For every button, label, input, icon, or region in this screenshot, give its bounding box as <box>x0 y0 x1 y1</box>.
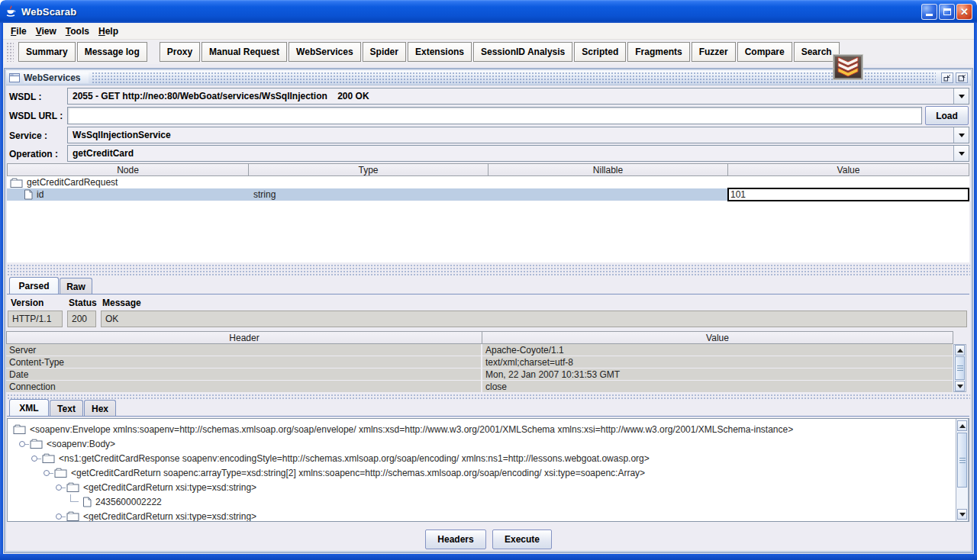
column-header-nillable[interactable]: Nillable <box>488 163 728 176</box>
header-value-cell[interactable]: Apache-Coyote/1.1 <box>482 344 953 356</box>
xml-tree-row[interactable]: <getCreditCardReturn xsi:type=xsd:string… <box>10 480 952 494</box>
tab-hex[interactable]: Hex <box>84 400 116 417</box>
folder-icon <box>42 453 55 463</box>
menu-tools[interactable]: Tools <box>66 26 89 37</box>
xml-tree-row[interactable]: <getCreditCardReturn xsi:type=xsd:string… <box>10 509 952 522</box>
toolbar-message-log[interactable]: Message log <box>77 42 147 62</box>
tree-expand-handle[interactable] <box>31 455 37 462</box>
tab-raw[interactable]: Raw <box>60 278 92 294</box>
toolbar-spider[interactable]: Spider <box>363 42 406 62</box>
document-icon <box>24 189 33 200</box>
tree-expand-handle[interactable] <box>56 513 62 520</box>
toolbar-compare[interactable]: Compare <box>737 42 792 62</box>
header-value-cell[interactable]: Mon, 22 Jan 2007 10:31:53 GMT <box>482 369 953 380</box>
frame-iconify-button[interactable] <box>941 72 953 83</box>
maximize-button[interactable] <box>939 4 955 20</box>
xml-tree-row[interactable]: <soapenv:Envelope xmlns:soapenv=http://s… <box>10 422 952 436</box>
request-tree-row-root[interactable]: getCreditCardRequest <box>7 176 969 188</box>
tab-xml[interactable]: XML <box>9 399 49 416</box>
scrollbar-thumb[interactable] <box>955 356 965 380</box>
toolbar-fuzzer[interactable]: Fuzzer <box>692 42 736 62</box>
message-field: OK <box>101 311 967 327</box>
tree-expand-handle[interactable] <box>19 441 25 447</box>
triangle-down-icon <box>959 513 966 517</box>
operation-dropdown-button[interactable] <box>953 146 969 161</box>
tree-expand-handle[interactable] <box>56 484 62 491</box>
wsdl-combobox[interactable]: 2055 - GET http://neo:80/WebGoat/service… <box>67 88 969 105</box>
toolbar-scripted[interactable]: Scripted <box>574 42 626 62</box>
tree-expand-handle[interactable] <box>44 470 50 476</box>
operation-combobox[interactable]: getCreditCard <box>67 145 969 162</box>
xml-tree-row[interactable]: 2435600002222 <box>10 494 952 509</box>
headers-scrollbar[interactable] <box>953 344 966 392</box>
toolbar-fragments[interactable]: Fragments <box>627 42 689 62</box>
window-titlebar[interactable]: WebScarab ✕ <box>0 0 977 23</box>
scroll-up-button[interactable] <box>955 345 965 356</box>
service-label: Service : <box>9 130 47 141</box>
scroll-down-button[interactable] <box>955 381 965 391</box>
header-name-cell[interactable]: Connection <box>6 381 481 392</box>
xml-node-text: <soapenv:Body> <box>47 439 115 449</box>
toolbar-manual-request[interactable]: Manual Request <box>202 42 287 62</box>
tab-divider <box>7 416 969 417</box>
header-name-cell[interactable]: Server <box>6 344 481 356</box>
status-field: 200 <box>67 311 96 327</box>
column-header-node[interactable]: Node <box>7 163 249 176</box>
folder-icon <box>30 439 43 449</box>
wsdl-url-input[interactable] <box>67 107 922 124</box>
xml-tree-row[interactable]: <getCreditCardReturn soapenc:arrayType=x… <box>10 465 952 480</box>
webscarab-logo <box>834 55 863 79</box>
service-combobox[interactable]: WsSqlInjectionService <box>67 127 969 143</box>
toolbar-proxy[interactable]: Proxy <box>160 42 200 62</box>
toolbar-webservices[interactable]: WebServices <box>289 42 361 62</box>
headers-button[interactable]: Headers <box>425 529 486 549</box>
request-tree-row-id[interactable]: id string 101 <box>7 188 969 201</box>
header-value-cell[interactable]: text/xml;charset=utf-8 <box>482 356 953 368</box>
action-button-row: Headers Execute <box>6 529 971 550</box>
xml-scrollbar[interactable] <box>956 419 969 521</box>
webservices-frame: WebServices WSDL : 2055 - GET http://neo… <box>5 69 972 552</box>
frame-titlebar[interactable]: WebServices <box>6 70 971 85</box>
toolbar-summary[interactable]: Summary <box>18 42 76 62</box>
operation-selected-value: getCreditCard <box>68 148 138 159</box>
version-field: HTTP/1.1 <box>8 311 63 327</box>
horizontal-splitter-thin[interactable] <box>7 394 970 399</box>
menu-file[interactable]: File <box>11 26 27 37</box>
toolbar-sessionid-analysis[interactable]: SessionID Analysis <box>473 42 572 62</box>
minimize-button[interactable] <box>921 4 937 20</box>
horizontal-splitter[interactable] <box>7 264 970 275</box>
xml-tree-row[interactable]: <soapenv:Body> <box>10 436 952 451</box>
menu-view[interactable]: View <box>36 26 56 37</box>
column-header-value[interactable]: Value <box>727 163 969 176</box>
service-dropdown-button[interactable] <box>953 127 969 143</box>
scrollbar-thumb[interactable] <box>957 433 967 488</box>
node-label: getCreditCardRequest <box>27 177 118 188</box>
toolbar-drag-handle[interactable] <box>6 42 14 62</box>
toolbar-search[interactable]: Search <box>794 42 840 62</box>
header-value-cell[interactable]: close <box>482 381 953 392</box>
toolbar-extensions[interactable]: Extensions <box>408 42 472 62</box>
tab-text[interactable]: Text <box>50 400 83 417</box>
wsdl-dropdown-button[interactable] <box>953 89 969 104</box>
tab-parsed[interactable]: Parsed <box>9 277 59 294</box>
frame-titlebar-texture <box>92 72 936 83</box>
value-editor-cell[interactable]: 101 <box>727 188 969 201</box>
close-icon: ✕ <box>960 7 969 17</box>
execute-button[interactable]: Execute <box>492 529 552 549</box>
frame-maximize-button[interactable] <box>956 72 968 83</box>
scroll-up-button[interactable] <box>957 420 967 431</box>
close-button[interactable]: ✕ <box>956 4 972 20</box>
scroll-down-button[interactable] <box>957 509 967 520</box>
load-button[interactable]: Load <box>925 106 969 125</box>
chevron-down-icon <box>959 95 965 98</box>
column-header-header-value[interactable]: Value <box>482 331 953 344</box>
header-name-cell[interactable]: Date <box>6 369 481 380</box>
thumb-grip-icon <box>959 458 966 463</box>
version-label: Version <box>11 298 44 308</box>
column-header-header[interactable]: Header <box>6 331 482 344</box>
header-name-cell[interactable]: Content-Type <box>6 356 481 368</box>
window-title: WebScarab <box>21 6 76 18</box>
xml-tree-row[interactable]: <ns1:getCreditCardResponse soapenv:encod… <box>10 451 952 465</box>
menu-help[interactable]: Help <box>98 26 118 37</box>
column-header-node-type[interactable]: Type <box>248 163 488 176</box>
